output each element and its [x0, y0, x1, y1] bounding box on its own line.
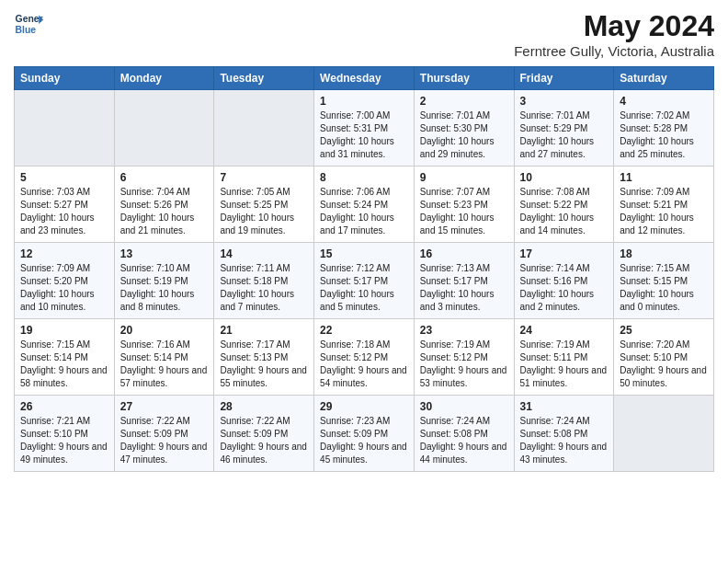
calendar-week-row: 12Sunrise: 7:09 AMSunset: 5:20 PMDayligh…: [15, 243, 714, 319]
day-number: 7: [220, 171, 308, 184]
cell-info: Sunrise: 7:19 AMSunset: 5:11 PMDaylight:…: [520, 339, 609, 390]
cell-info: Sunrise: 7:09 AMSunset: 5:20 PMDaylight:…: [20, 262, 108, 314]
cell-info: Sunrise: 7:14 AMSunset: 5:16 PMDaylight:…: [520, 262, 609, 314]
day-number: 8: [320, 171, 408, 184]
day-number: 4: [620, 95, 708, 108]
calendar-cell: 22Sunrise: 7:18 AMSunset: 5:12 PMDayligh…: [314, 319, 415, 396]
calendar-cell: 30Sunrise: 7:24 AMSunset: 5:08 PMDayligh…: [414, 396, 514, 472]
day-number: 12: [20, 247, 108, 260]
calendar-cell: 9Sunrise: 7:07 AMSunset: 5:23 PMDaylight…: [414, 167, 514, 243]
calendar-cell: 25Sunrise: 7:20 AMSunset: 5:10 PMDayligh…: [614, 319, 714, 396]
calendar-subtitle: Ferntree Gully, Victoria, Australia: [514, 43, 714, 59]
cell-info: Sunrise: 7:16 AMSunset: 5:14 PMDaylight:…: [120, 339, 209, 390]
day-number: 31: [520, 400, 609, 413]
day-number: 28: [220, 400, 308, 413]
calendar-cell: 14Sunrise: 7:11 AMSunset: 5:18 PMDayligh…: [214, 243, 314, 319]
calendar-cell: 28Sunrise: 7:22 AMSunset: 5:09 PMDayligh…: [214, 396, 314, 472]
day-number: 13: [120, 247, 209, 260]
calendar-cell: 8Sunrise: 7:06 AMSunset: 5:24 PMDaylight…: [314, 167, 415, 243]
day-number: 14: [220, 247, 308, 260]
cell-info: Sunrise: 7:15 AMSunset: 5:15 PMDaylight:…: [620, 262, 708, 314]
calendar-cell: 5Sunrise: 7:03 AMSunset: 5:27 PMDaylight…: [15, 167, 115, 243]
cell-info: Sunrise: 7:10 AMSunset: 5:19 PMDaylight:…: [120, 262, 209, 314]
calendar-cell: [15, 90, 115, 167]
cell-info: Sunrise: 7:21 AMSunset: 5:10 PMDaylight:…: [20, 415, 108, 466]
calendar-cell: 21Sunrise: 7:17 AMSunset: 5:13 PMDayligh…: [214, 319, 314, 396]
cell-info: Sunrise: 7:24 AMSunset: 5:08 PMDaylight:…: [520, 415, 609, 466]
cell-info: Sunrise: 7:05 AMSunset: 5:25 PMDaylight:…: [220, 186, 308, 237]
calendar-week-row: 26Sunrise: 7:21 AMSunset: 5:10 PMDayligh…: [15, 396, 714, 472]
day-number: 22: [320, 324, 408, 337]
day-number: 16: [420, 247, 508, 260]
calendar-cell: 6Sunrise: 7:04 AMSunset: 5:26 PMDaylight…: [114, 167, 214, 243]
calendar-week-row: 19Sunrise: 7:15 AMSunset: 5:14 PMDayligh…: [15, 319, 714, 396]
calendar-cell: [214, 90, 314, 167]
day-number: 10: [520, 171, 609, 184]
calendar-cell: 23Sunrise: 7:19 AMSunset: 5:12 PMDayligh…: [414, 319, 514, 396]
weekday-header: Saturday: [614, 67, 714, 90]
cell-info: Sunrise: 7:07 AMSunset: 5:23 PMDaylight:…: [420, 186, 508, 237]
svg-text:Blue: Blue: [16, 25, 37, 35]
weekday-header: Tuesday: [214, 67, 314, 90]
weekday-header: Sunday: [15, 67, 115, 90]
calendar-cell: 12Sunrise: 7:09 AMSunset: 5:20 PMDayligh…: [15, 243, 115, 319]
calendar-cell: 24Sunrise: 7:19 AMSunset: 5:11 PMDayligh…: [514, 319, 614, 396]
cell-info: Sunrise: 7:19 AMSunset: 5:12 PMDaylight:…: [420, 339, 508, 390]
day-number: 17: [520, 247, 609, 260]
day-number: 5: [20, 171, 108, 184]
cell-info: Sunrise: 7:15 AMSunset: 5:14 PMDaylight:…: [20, 339, 108, 390]
cell-info: Sunrise: 7:20 AMSunset: 5:10 PMDaylight:…: [620, 339, 708, 390]
day-number: 19: [20, 324, 108, 337]
day-number: 27: [120, 400, 209, 413]
calendar-table: SundayMondayTuesdayWednesdayThursdayFrid…: [14, 66, 714, 472]
cell-info: Sunrise: 7:01 AMSunset: 5:29 PMDaylight:…: [520, 109, 609, 161]
day-number: 20: [120, 324, 209, 337]
day-number: 25: [620, 324, 708, 337]
cell-info: Sunrise: 7:17 AMSunset: 5:13 PMDaylight:…: [220, 339, 308, 390]
calendar-week-row: 5Sunrise: 7:03 AMSunset: 5:27 PMDaylight…: [15, 167, 714, 243]
cell-info: Sunrise: 7:18 AMSunset: 5:12 PMDaylight:…: [320, 339, 408, 390]
day-number: 23: [420, 324, 508, 337]
day-number: 1: [320, 95, 408, 108]
cell-info: Sunrise: 7:09 AMSunset: 5:21 PMDaylight:…: [620, 186, 708, 237]
calendar-title: May 2024: [514, 9, 714, 43]
day-number: 29: [320, 400, 408, 413]
cell-info: Sunrise: 7:06 AMSunset: 5:24 PMDaylight:…: [320, 186, 408, 237]
calendar-cell: 13Sunrise: 7:10 AMSunset: 5:19 PMDayligh…: [114, 243, 214, 319]
calendar-cell: 15Sunrise: 7:12 AMSunset: 5:17 PMDayligh…: [314, 243, 415, 319]
cell-info: Sunrise: 7:04 AMSunset: 5:26 PMDaylight:…: [120, 186, 209, 237]
day-number: 6: [120, 171, 209, 184]
calendar-cell: 31Sunrise: 7:24 AMSunset: 5:08 PMDayligh…: [514, 396, 614, 472]
calendar-cell: 17Sunrise: 7:14 AMSunset: 5:16 PMDayligh…: [514, 243, 614, 319]
calendar-cell: [614, 396, 714, 472]
calendar-cell: 18Sunrise: 7:15 AMSunset: 5:15 PMDayligh…: [614, 243, 714, 319]
day-number: 18: [620, 247, 708, 260]
cell-info: Sunrise: 7:01 AMSunset: 5:30 PMDaylight:…: [420, 109, 508, 161]
day-number: 3: [520, 95, 609, 108]
calendar-cell: [114, 90, 214, 167]
cell-info: Sunrise: 7:24 AMSunset: 5:08 PMDaylight:…: [420, 415, 508, 466]
cell-info: Sunrise: 7:23 AMSunset: 5:09 PMDaylight:…: [320, 415, 408, 466]
day-number: 15: [320, 247, 408, 260]
day-number: 26: [20, 400, 108, 413]
cell-info: Sunrise: 7:08 AMSunset: 5:22 PMDaylight:…: [520, 186, 609, 237]
header-row: SundayMondayTuesdayWednesdayThursdayFrid…: [15, 67, 714, 90]
calendar-cell: 19Sunrise: 7:15 AMSunset: 5:14 PMDayligh…: [15, 319, 115, 396]
calendar-cell: 10Sunrise: 7:08 AMSunset: 5:22 PMDayligh…: [514, 167, 614, 243]
day-number: 21: [220, 324, 308, 337]
calendar-cell: 16Sunrise: 7:13 AMSunset: 5:17 PMDayligh…: [414, 243, 514, 319]
page: General Blue May 2024 Ferntree Gully, Vi…: [0, 0, 728, 486]
weekday-header: Thursday: [414, 67, 514, 90]
calendar-cell: 26Sunrise: 7:21 AMSunset: 5:10 PMDayligh…: [15, 396, 115, 472]
header: General Blue May 2024 Ferntree Gully, Vi…: [14, 9, 714, 59]
calendar-cell: 7Sunrise: 7:05 AMSunset: 5:25 PMDaylight…: [214, 167, 314, 243]
calendar-cell: 29Sunrise: 7:23 AMSunset: 5:09 PMDayligh…: [314, 396, 415, 472]
day-number: 2: [420, 95, 508, 108]
day-number: 11: [620, 171, 708, 184]
calendar-week-row: 1Sunrise: 7:00 AMSunset: 5:31 PMDaylight…: [15, 90, 714, 167]
cell-info: Sunrise: 7:02 AMSunset: 5:28 PMDaylight:…: [620, 109, 708, 161]
calendar-cell: 1Sunrise: 7:00 AMSunset: 5:31 PMDaylight…: [314, 90, 415, 167]
cell-info: Sunrise: 7:00 AMSunset: 5:31 PMDaylight:…: [320, 109, 408, 161]
calendar-cell: 11Sunrise: 7:09 AMSunset: 5:21 PMDayligh…: [614, 167, 714, 243]
calendar-cell: 4Sunrise: 7:02 AMSunset: 5:28 PMDaylight…: [614, 90, 714, 167]
